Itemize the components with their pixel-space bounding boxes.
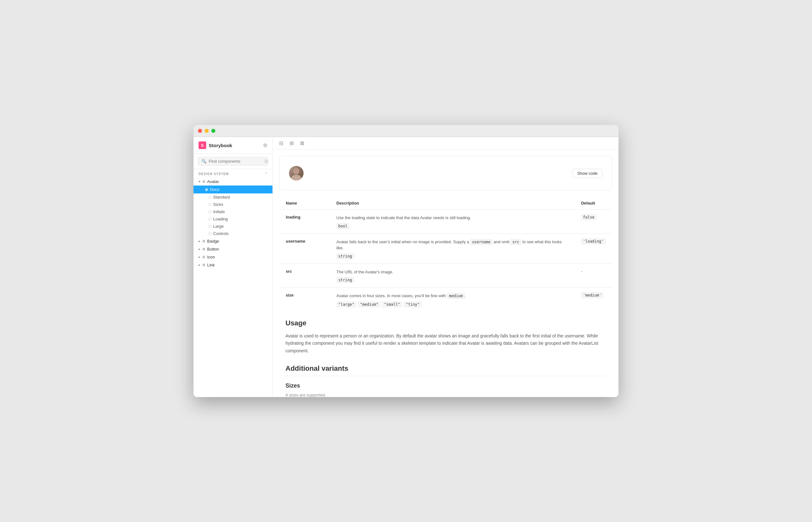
usage-text: Avatar is used to represent a person or … xyxy=(285,333,606,355)
prop-default-username: 'loading' xyxy=(575,234,612,263)
additional-variants-title: Additional variants xyxy=(285,364,606,376)
titlebar xyxy=(194,125,618,137)
nav-item-controls-label: Controls xyxy=(213,231,229,236)
props-table-container: Name Description Default loading Use the… xyxy=(279,197,612,313)
doc-icon: ▣ xyxy=(205,187,208,192)
nav-item-standard[interactable]: Standard xyxy=(194,194,273,201)
expand-icon: ▸ xyxy=(199,263,200,267)
close-button[interactable] xyxy=(198,129,202,133)
expand-icon: ▾ xyxy=(199,180,200,184)
size-value-medium: "medium" xyxy=(358,302,380,307)
search-box[interactable]: 🔍 / xyxy=(198,157,268,165)
prop-name-loading: loading xyxy=(279,209,330,234)
inline-code-medium: medium xyxy=(447,293,465,299)
expand-icon: ▸ xyxy=(199,239,200,243)
sub-item-dot xyxy=(209,210,211,213)
expand-icon: ▸ xyxy=(199,255,200,259)
nav-tree: Design System ⌃ ▾ ⊞ Avatar ▣ Docs xyxy=(194,169,273,397)
search-shortcut-badge: / xyxy=(264,159,268,164)
button-group-label: Button xyxy=(207,247,219,252)
nav-item-loading[interactable]: Loading xyxy=(194,215,273,223)
prop-type-loading: bool xyxy=(337,223,350,229)
nav-item-controls[interactable]: Controls xyxy=(194,230,273,237)
table-row: loading Use the loading state to indicat… xyxy=(279,209,612,234)
nav-group-header-badge[interactable]: ▸ ⊞ Badge xyxy=(194,237,273,245)
prop-name-username: username xyxy=(279,234,330,263)
single-grid-icon[interactable]: ⊟ xyxy=(278,139,284,147)
col-description: Description xyxy=(330,197,575,209)
grid-icon: ⊞ xyxy=(202,239,205,243)
nav-item-initials-label: Initials xyxy=(213,209,225,214)
col-default: Default xyxy=(575,197,612,209)
preview-box: Show code xyxy=(279,156,612,190)
maximize-button[interactable] xyxy=(211,129,215,133)
sub-item-dot xyxy=(209,203,211,206)
logo-area: S Storybook xyxy=(199,141,232,149)
nav-item-large[interactable]: Large xyxy=(194,223,273,230)
size-value-tiny: "tiny" xyxy=(404,302,421,307)
app-body: S Storybook ⚙ 🔍 / Design System ⌃ xyxy=(194,137,618,397)
search-input[interactable] xyxy=(209,159,262,164)
table-row: src The URL of the Avatar's image. strin… xyxy=(279,263,612,288)
nav-group-link: ▸ ⊞ Link xyxy=(194,261,273,269)
search-icon: 🔍 xyxy=(201,159,206,164)
nav-item-docs[interactable]: ▣ Docs xyxy=(194,185,273,194)
nav-item-standard-label: Standard xyxy=(213,195,230,199)
show-code-button[interactable]: Show code xyxy=(573,169,602,178)
section-expand-icon[interactable]: ⌃ xyxy=(264,172,268,176)
nav-item-loading-label: Loading xyxy=(213,217,228,221)
prop-desc-src: The URL of the Avatar's image. string xyxy=(330,263,575,288)
prop-type-username: string xyxy=(337,254,354,259)
table-row: username Avatar falls back to the user's… xyxy=(279,234,612,263)
prop-desc-username: Avatar falls back to the user's initial … xyxy=(330,234,575,263)
gear-icon[interactable]: ⚙ xyxy=(263,142,268,148)
table-row: size Avatar comes in four sizes. In most… xyxy=(279,288,612,313)
size-value-small: "small" xyxy=(382,302,402,307)
svg-point-1 xyxy=(291,175,301,180)
minimize-button[interactable] xyxy=(204,129,209,133)
nav-item-sizes[interactable]: Sizes xyxy=(194,201,273,208)
sizes-subtitle: 4 sizes are supported. xyxy=(285,392,606,397)
prop-default-src: - xyxy=(575,263,612,288)
sub-item-dot xyxy=(209,218,211,220)
link-group-label: Link xyxy=(207,263,215,267)
prop-default-size: 'medium' xyxy=(575,288,612,313)
nav-group-icon: ▸ ⊞ Icon xyxy=(194,253,273,261)
search-area: 🔍 / xyxy=(194,154,273,169)
grid-icon: ⊞ xyxy=(202,180,205,184)
nav-item-sizes-label: Sizes xyxy=(213,202,223,207)
sub-item-dot xyxy=(209,196,211,199)
content-area: Show code Name Description Default xyxy=(273,150,618,397)
inline-code-username: username xyxy=(470,239,493,245)
prop-default-loading: false xyxy=(575,209,612,234)
main-content: ⊟ ⊞ ⊠ Show code xyxy=(273,137,618,397)
nav-group-header-button[interactable]: ▸ ⊞ Button xyxy=(194,245,273,253)
traffic-lights xyxy=(198,129,215,133)
four-grid-icon[interactable]: ⊞ xyxy=(288,139,295,147)
app-window: S Storybook ⚙ 🔍 / Design System ⌃ xyxy=(194,125,618,397)
sidebar-header: S Storybook ⚙ xyxy=(194,137,273,154)
size-value-large: "large" xyxy=(337,302,357,307)
nav-group-header-icon[interactable]: ▸ ⊞ Icon xyxy=(194,253,273,261)
avatar-image xyxy=(289,166,303,180)
grid-icon: ⊞ xyxy=(202,247,205,251)
nav-group-button: ▸ ⊞ Button xyxy=(194,245,273,253)
prop-name-size: size xyxy=(279,288,330,313)
icon-group-label: Icon xyxy=(207,255,215,259)
sidebar: S Storybook ⚙ 🔍 / Design System ⌃ xyxy=(194,137,273,397)
app-title: Storybook xyxy=(209,143,232,148)
expand-grid-icon[interactable]: ⊠ xyxy=(299,139,305,147)
grid-icon: ⊞ xyxy=(202,263,205,267)
badge-group-label: Badge xyxy=(207,239,219,244)
prop-type-src: string xyxy=(337,277,354,283)
prop-desc-size: Avatar comes in four sizes. In most case… xyxy=(330,288,575,313)
expand-icon: ▸ xyxy=(199,247,200,251)
nav-group-header-link[interactable]: ▸ ⊞ Link xyxy=(194,261,273,269)
nav-item-initials[interactable]: Initials xyxy=(194,208,273,215)
storybook-logo-icon: S xyxy=(199,141,206,149)
inline-code-src: src xyxy=(510,239,521,245)
avatar-group-label: Avatar xyxy=(207,179,219,184)
svg-point-0 xyxy=(293,168,299,175)
prop-desc-loading: Use the loading state to indicate that t… xyxy=(330,209,575,234)
nav-group-header-avatar[interactable]: ▾ ⊞ Avatar xyxy=(194,178,273,185)
